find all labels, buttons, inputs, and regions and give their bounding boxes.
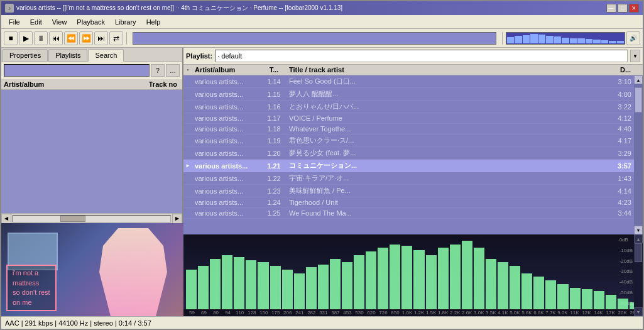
spectrum-bar — [222, 255, 232, 309]
track-artist: various artists... — [192, 124, 261, 133]
tab-search[interactable]: Search — [88, 49, 124, 62]
status-bar: AAC | 291 kbps | 44100 Hz | stereo | 0:1… — [1, 316, 643, 329]
maximize-button[interactable]: □ — [618, 4, 628, 13]
spectrum-freq-label: 7.7K — [545, 310, 557, 316]
track-artist: various artists... — [192, 174, 261, 183]
title-bar: ♪ various artists -- [[i'm not a mattres… — [1, 1, 643, 15]
shuffle-button[interactable]: ⇄ — [109, 31, 123, 45]
track-row[interactable]: various artists... 1.25 We Found The Ma.… — [183, 208, 634, 219]
next-button[interactable]: ⏩ — [79, 31, 93, 45]
spectrum-bar — [198, 266, 209, 309]
track-row[interactable]: various artists... 1.15 夢人八 醒醒醒... 4:00 — [183, 88, 634, 101]
spectrum-bar — [510, 266, 520, 309]
horizontal-scrollbar[interactable]: ◀ ▶ — [1, 213, 182, 223]
menu-library[interactable]: Library — [110, 17, 141, 27]
spec-scroll-track[interactable] — [634, 243, 643, 307]
track-row[interactable]: various artists... 1.14 Feel So Good (口口… — [183, 75, 634, 88]
track-number: 1.20 — [261, 149, 287, 158]
spectrum-freq-label: 5.0K — [509, 310, 521, 316]
db-labels: 0dB-10dB-20dB-30dB-40dB-50dB-60dB — [619, 237, 633, 306]
track-list-container: various artists... 1.14 Feel So Good (口口… — [183, 75, 643, 234]
track-number: 1.16 — [261, 102, 287, 111]
artist-list[interactable] — [1, 90, 182, 213]
track-artist: various artists... — [192, 198, 261, 207]
track-playing-indicator: ► — [183, 163, 192, 168]
spectrum-bar — [294, 273, 305, 310]
stop-button[interactable]: ■ — [4, 31, 18, 45]
spectrum-freq-label: 11K — [569, 310, 581, 316]
search-question-button[interactable]: ? — [151, 64, 165, 77]
menu-view[interactable]: View — [47, 17, 72, 27]
play-button[interactable]: ▶ — [19, 31, 33, 45]
scroll-track[interactable] — [13, 215, 171, 223]
track-row[interactable]: ► various artists... 1.21 コミュニケーション... 3… — [183, 160, 634, 172]
spectrum-labels: 5969809411012815017520624128233138745353… — [183, 309, 643, 316]
playlist-dropdown[interactable]: ▼ — [630, 50, 640, 62]
menu-playback[interactable]: Playback — [72, 17, 110, 27]
search-dots-button[interactable]: … — [166, 64, 180, 77]
scroll-thumb[interactable] — [60, 216, 85, 222]
minimize-button[interactable]: — — [606, 4, 616, 13]
spectrum-freq-label: 331 — [317, 310, 329, 316]
db-label: -10dB — [619, 248, 633, 253]
track-row[interactable]: various artists... 1.16 とおりゃんせ/日ハパ... 3:… — [183, 101, 634, 113]
close-button[interactable]: ✕ — [629, 4, 639, 13]
scroll-track-vertical[interactable] — [634, 84, 643, 226]
track-row[interactable]: various artists... 1.24 Tigerhood / Unit… — [183, 197, 634, 208]
track-duration: 4:14 — [609, 187, 634, 195]
track-number: 1.15 — [261, 90, 287, 99]
spectrum-freq-label: 12K — [581, 310, 592, 316]
scroll-right-button[interactable]: ▶ — [172, 214, 182, 224]
track-list[interactable]: various artists... 1.14 Feel So Good (口口… — [183, 75, 634, 234]
track-artist: various artists... — [192, 162, 261, 170]
menu-file[interactable]: File — [4, 17, 25, 27]
spectrum-bar — [606, 295, 616, 309]
spectrum-freq-label: 850 — [390, 310, 401, 316]
spectrum-bar — [210, 259, 221, 310]
menu-edit[interactable]: Edit — [25, 17, 47, 27]
track-row[interactable]: various artists... 1.19 君色思いクラー·ス/... 4:… — [183, 135, 634, 147]
track-row[interactable]: various artists... 1.18 Whatever Togethe… — [183, 124, 634, 135]
tab-properties[interactable]: Properties — [3, 49, 48, 61]
scroll-down-button[interactable]: ▼ — [634, 226, 643, 234]
track-number: 1.25 — [261, 209, 287, 217]
spec-scroll-up[interactable]: ▲ — [634, 234, 643, 243]
seek-slider[interactable] — [133, 32, 496, 45]
next2-button[interactable]: ⏭ — [94, 31, 108, 45]
spectrum-freq-label: 20K — [616, 310, 628, 316]
search-input[interactable] — [4, 64, 150, 77]
scroll-up-button[interactable]: ▲ — [634, 75, 643, 84]
vertical-scrollbar[interactable]: ▲ ▼ — [634, 75, 643, 234]
track-list-header: · Artist/album T... Title / track artist… — [183, 65, 643, 75]
track-title: VOICE / Perfume — [287, 114, 609, 123]
scroll-left-button[interactable]: ◀ — [1, 214, 11, 224]
playlist-select[interactable] — [215, 50, 628, 62]
track-row[interactable]: various artists... 1.23 美味鮮鮮鮮魚 / Pe... 4… — [183, 185, 634, 197]
spec-scroll-thumb[interactable] — [635, 243, 642, 262]
track-duration: 3:10 — [609, 77, 634, 86]
track-row[interactable]: various artists... 1.17 VOICE / Perfume … — [183, 113, 634, 124]
track-title: 宇宙·キラア/ア·オ... — [287, 173, 609, 184]
track-duration: 3:22 — [609, 102, 634, 111]
track-title: 美味鮮鮮鮮魚 / Pe... — [287, 185, 609, 196]
spectrum-freq-label: 206 — [281, 310, 293, 316]
list-header: Artist/album Track no — [1, 79, 182, 90]
title-bar-left: ♪ various artists -- [[i'm not a mattres… — [5, 4, 342, 13]
scroll-thumb-vertical[interactable] — [635, 87, 642, 113]
prev2-button[interactable]: ⏪ — [64, 31, 78, 45]
pause-button[interactable]: ⏸ — [34, 31, 48, 45]
track-artist: various artists... — [192, 90, 261, 99]
track-row[interactable]: various artists... 1.22 宇宙·キラア/ア·オ... 1:… — [183, 172, 634, 185]
track-duration: 4:40 — [609, 124, 634, 133]
tab-playlists[interactable]: Playlists — [48, 49, 87, 61]
spec-scroll-down[interactable]: ▼ — [634, 307, 643, 316]
db-label: -20dB — [619, 258, 633, 264]
spectrum-bar — [186, 270, 197, 309]
menu-help[interactable]: Help — [141, 17, 166, 27]
spectrum-bar — [498, 262, 508, 309]
prev-button[interactable]: ⏮ — [49, 31, 63, 45]
spectrum-bar — [378, 248, 388, 309]
track-row[interactable]: various artists... 1.20 夢見る少女 (feat. 夢..… — [183, 147, 634, 160]
track-artist: various artists... — [192, 187, 261, 195]
spectrum-scrollbar[interactable]: ▲ ▼ — [634, 234, 643, 316]
